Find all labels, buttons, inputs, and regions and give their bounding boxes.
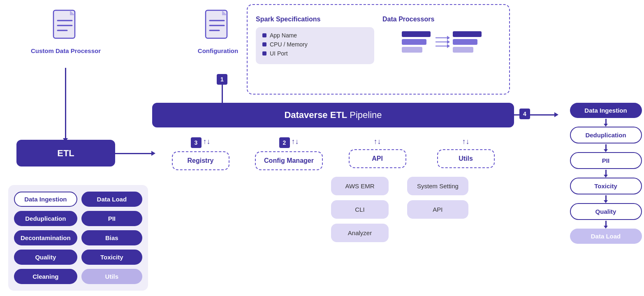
spark-specs-title: Spark Specifications <box>256 16 374 23</box>
right-pill-data-ingestion: Data Ingestion <box>570 103 642 118</box>
arrow-multi <box>436 37 448 46</box>
bar-dark-1 <box>402 31 431 37</box>
arrow-etl-to-registry <box>115 153 152 154</box>
utils-sub-systemsetting: System Setting <box>407 177 468 195</box>
api-sub-awsemr: AWS EMR <box>331 177 389 195</box>
bar-dark-2 <box>453 31 482 37</box>
bar-mid-1 <box>402 39 426 45</box>
spark-bullet-appname <box>262 33 266 37</box>
etl-pipeline-bold: Dataverse ETL <box>284 110 347 120</box>
spark-spec-appname: App Name <box>262 32 368 39</box>
api-updown: ↑↓ <box>374 137 381 146</box>
configuration-section: Configuration <box>181 8 255 54</box>
bar-group-left <box>402 31 431 53</box>
registry-component: 3 ↑↓ Registry <box>156 136 245 170</box>
utils-component: ↑↓ Utils <box>422 136 510 170</box>
configuration-icon <box>204 8 232 43</box>
bar-group-right <box>453 31 482 53</box>
utils-updown: ↑↓ <box>462 137 470 146</box>
spark-specs-card: App Name CPU / Memory UI Port <box>256 27 374 64</box>
arrow-right-3 <box>436 46 448 46</box>
utils-sub-api: API <box>407 200 468 219</box>
stacked-bars-visual <box>402 31 482 53</box>
custom-processor-icon <box>51 8 80 43</box>
pill-toxicity: Toxicity <box>81 250 142 265</box>
spark-specifications-box: Spark Specifications App Name CPU / Memo… <box>247 4 510 95</box>
badge-3: 3 <box>191 137 202 148</box>
right-arrowhead-4 <box>604 200 608 203</box>
right-arrow-2 <box>605 144 607 149</box>
pill-cleaning: Cleaning <box>14 269 77 284</box>
pill-data-load: Data Load <box>81 192 142 207</box>
config-manager-component: 2 ↑↓ Config Manager <box>245 136 333 170</box>
api-sub-analyzer: Analyzer <box>331 224 389 242</box>
api-subboxes: AWS EMR CLI Analyzer <box>331 177 389 242</box>
right-pill-deduplication: Deduplication <box>570 127 642 143</box>
right-arrow-5 <box>605 221 607 226</box>
pill-quality: Quality <box>14 250 77 265</box>
etl-pipeline-light: Pipeline <box>350 110 382 120</box>
arrow-right-1 <box>436 37 448 38</box>
pill-decontamination: Decontamination <box>14 230 77 245</box>
right-pill-quality: Quality <box>570 203 642 220</box>
bar-light-2 <box>453 47 473 53</box>
spark-bullet-uiport <box>262 51 266 56</box>
utils-subboxes: System Setting API <box>407 177 468 219</box>
right-arrowhead-3 <box>604 175 608 178</box>
sub-components-row: 3 ↑↓ Registry 2 ↑↓ Config Manager ↑↓ API <box>152 136 514 170</box>
pill-pii: PII <box>81 211 142 226</box>
api-component: ↑↓ API <box>333 136 422 170</box>
api-box: API <box>349 149 406 168</box>
spark-spec-uiport: UI Port <box>262 50 368 57</box>
data-processors-col: Data Processors <box>382 16 501 64</box>
pill-data-ingestion: Data Ingestion <box>14 192 77 207</box>
spark-bullet-cpu <box>262 42 266 46</box>
right-arrowhead-1 <box>604 124 608 127</box>
right-pill-toxicity: Toxicity <box>570 178 642 194</box>
arrow-right-2 <box>436 42 448 42</box>
diagram-container: Custom Data Processor ETL Data Ingestion… <box>0 0 644 296</box>
api-sub-cli: CLI <box>331 200 389 219</box>
spark-spec-cpu: CPU / Memory <box>262 41 368 48</box>
pill-bias: Bias <box>81 230 142 245</box>
pill-utils: Utils <box>81 269 142 284</box>
badge-4: 4 <box>519 109 530 119</box>
badge-1: 1 <box>217 74 227 85</box>
bar-mid-2 <box>453 39 477 45</box>
custom-processor-section: Custom Data Processor <box>25 8 107 54</box>
utils-box: Utils <box>437 149 495 168</box>
config-manager-updown: 2 ↑↓ <box>279 137 299 148</box>
right-arrow-4 <box>605 195 607 200</box>
etl-pipeline-bar: Dataverse ETL Pipeline <box>152 103 514 127</box>
etl-box: ETL <box>16 140 115 166</box>
right-arrowhead-2 <box>604 149 608 152</box>
registry-box: Registry <box>172 151 229 170</box>
data-processors-title: Data Processors <box>382 16 434 23</box>
bar-light-1 <box>402 47 422 53</box>
arrow-custom-to-etl <box>65 68 66 139</box>
custom-processor-label: Custom Data Processor <box>31 47 101 54</box>
right-arrow-1 <box>605 119 607 124</box>
right-arrowhead-5 <box>604 226 608 229</box>
pill-deduplication: Deduplication <box>14 211 77 226</box>
configuration-label: Configuration <box>198 47 238 54</box>
registry-updown: 3 ↑↓ <box>191 137 211 148</box>
badge-4-container: 4 <box>519 109 530 119</box>
badge-2: 2 <box>279 137 290 148</box>
bottom-pills-container: Data Ingestion Data Load Deduplication P… <box>8 185 148 291</box>
right-pill-data-load: Data Load <box>570 229 642 244</box>
config-manager-box: Config Manager <box>255 151 323 170</box>
right-pipeline-section: Data Ingestion Deduplication PII Toxicit… <box>569 103 643 245</box>
right-arrow-3 <box>605 170 607 175</box>
right-pill-pii: PII <box>570 152 642 169</box>
